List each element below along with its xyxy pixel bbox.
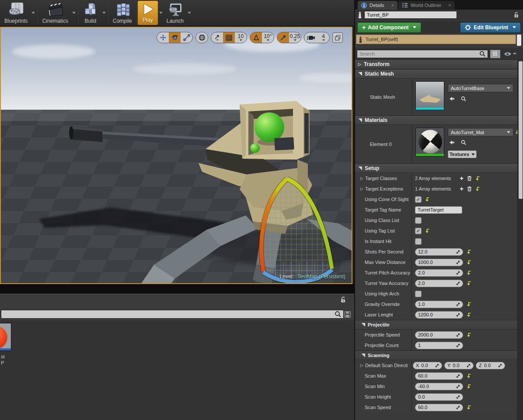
trash-icon[interactable] xyxy=(467,186,472,191)
grid-size-dropdown[interactable]: 10 xyxy=(235,32,247,43)
textures-button[interactable]: Textures xyxy=(448,150,477,158)
numeric-field[interactable]: 2000.0 xyxy=(415,331,463,339)
collapsed-arrow-icon[interactable]: ▷ xyxy=(360,176,363,180)
category-scanning[interactable]: Scanning xyxy=(355,351,518,360)
globe-button[interactable] xyxy=(196,32,208,43)
unlock-icon[interactable] xyxy=(340,296,346,303)
blueprints-button[interactable]: Blueprints xyxy=(2,0,30,26)
add-array-element-icon[interactable]: + xyxy=(460,175,464,181)
numeric-field[interactable]: 12.0 xyxy=(415,248,463,256)
asset-thumbnail[interactable] xyxy=(0,323,11,351)
add-array-element-icon[interactable]: + xyxy=(460,186,464,192)
reset-to-default-icon[interactable] xyxy=(425,197,430,202)
asset-search-bar[interactable] xyxy=(1,310,344,319)
spinner-icon[interactable] xyxy=(456,374,460,378)
reset-to-default-icon[interactable] xyxy=(467,384,471,389)
cinematics-dropdown-caret[interactable] xyxy=(72,12,76,14)
browse-to-asset-icon[interactable] xyxy=(461,140,466,145)
move-tool-button[interactable] xyxy=(157,32,169,43)
category-projectile[interactable]: Projectile xyxy=(355,320,518,330)
reset-to-default-icon[interactable] xyxy=(467,405,471,410)
category-static-mesh[interactable]: Static Mesh xyxy=(355,69,518,79)
component-list-scrollbar[interactable] xyxy=(517,35,521,46)
view-options-button[interactable] xyxy=(502,52,518,56)
save-icon[interactable] xyxy=(344,311,351,318)
add-component-button[interactable]: + Add Component xyxy=(357,22,421,33)
numeric-field[interactable]: 1.0 xyxy=(415,301,463,308)
category-materials[interactable]: Materials xyxy=(355,115,518,125)
tab-world-outliner[interactable]: World Outliner × xyxy=(398,1,455,10)
collapsed-arrow-icon[interactable]: ▷ xyxy=(360,187,363,191)
browse-to-asset-icon[interactable] xyxy=(461,96,466,101)
checkbox[interactable]: ✓ xyxy=(415,196,422,203)
checkbox[interactable] xyxy=(415,291,422,297)
reset-to-default-icon[interactable] xyxy=(467,312,471,317)
checkbox[interactable] xyxy=(415,217,422,224)
reset-to-default-icon[interactable] xyxy=(467,302,471,307)
use-selected-arrow-icon[interactable] xyxy=(450,140,455,145)
lock-icon[interactable] xyxy=(514,12,520,18)
numeric-field[interactable]: 1 xyxy=(415,342,463,349)
reset-to-default-icon[interactable] xyxy=(425,229,430,233)
trash-icon[interactable] xyxy=(467,176,472,181)
use-selected-arrow-icon[interactable] xyxy=(450,97,455,101)
spinner-icon[interactable] xyxy=(456,260,460,264)
checkbox[interactable]: ✓ xyxy=(415,228,422,234)
play-dropdown-caret[interactable] xyxy=(159,12,163,14)
spinner-icon[interactable] xyxy=(456,313,460,317)
vector-y-field[interactable]: Y 0.0 xyxy=(444,362,474,369)
target-tag-name-input[interactable] xyxy=(415,206,462,214)
vector-z-field[interactable]: Z 0.0 xyxy=(476,362,505,369)
maximize-viewport-button[interactable] xyxy=(332,32,343,43)
reset-to-default-icon[interactable] xyxy=(467,260,471,265)
vector-x-field[interactable]: X 0.0 xyxy=(413,362,442,369)
camera-speed-dropdown[interactable]: 4 xyxy=(317,32,329,43)
reset-to-default-icon[interactable] xyxy=(467,271,471,275)
spinner-icon[interactable] xyxy=(435,364,439,368)
cinematics-button[interactable]: Cinematics xyxy=(39,0,70,26)
spinner-icon[interactable] xyxy=(456,302,460,306)
category-transform[interactable]: ▷ Transform xyxy=(355,59,518,69)
reset-to-default-icon[interactable] xyxy=(467,281,471,286)
numeric-field[interactable]: -60.0 xyxy=(415,383,463,390)
checkbox[interactable] xyxy=(415,238,422,245)
close-icon[interactable]: × xyxy=(391,3,394,8)
material-thumbnail[interactable] xyxy=(415,128,444,156)
grid-snap-toggle[interactable] xyxy=(223,32,235,43)
numeric-field[interactable]: 2.0 xyxy=(415,280,463,287)
spinner-icon[interactable] xyxy=(498,364,502,368)
category-setup[interactable]: Setup xyxy=(355,163,518,173)
spinner-icon[interactable] xyxy=(456,250,460,254)
property-matrix-button[interactable] xyxy=(490,49,501,59)
asset-search-input[interactable] xyxy=(1,312,335,317)
level-viewport[interactable]: 10 10° xyxy=(0,27,352,284)
reset-to-default-icon[interactable] xyxy=(467,333,471,337)
reset-to-default-icon[interactable] xyxy=(475,187,480,191)
launch-button[interactable]: Launch xyxy=(164,0,186,26)
rotate-tool-button[interactable] xyxy=(169,32,181,43)
numeric-field[interactable]: 60.0 xyxy=(415,404,463,411)
spinner-icon[interactable] xyxy=(456,395,460,399)
edit-blueprint-button[interactable]: Edit Blueprint xyxy=(460,22,521,33)
static-mesh-thumbnail[interactable] xyxy=(415,81,444,110)
numeric-field[interactable]: 2.0 xyxy=(415,269,463,277)
tab-details[interactable]: Details × xyxy=(358,1,397,10)
reset-to-default-icon[interactable] xyxy=(475,176,480,181)
surface-snap-button[interactable] xyxy=(211,32,223,43)
details-scrollbar[interactable] xyxy=(517,59,523,420)
level-name[interactable]: TestMap (Persistent) xyxy=(297,274,345,280)
scrollbar-thumb[interactable] xyxy=(519,61,523,199)
rotation-snap-dropdown[interactable]: 10° xyxy=(262,32,274,43)
build-dropdown-caret[interactable] xyxy=(102,12,106,14)
rotation-snap-toggle[interactable] xyxy=(250,32,262,43)
material-combo[interactable]: AutoTurret_Mat xyxy=(448,128,513,136)
reset-to-default-icon[interactable] xyxy=(467,250,471,254)
collapsed-arrow-icon[interactable]: ▷ xyxy=(360,363,363,368)
actor-name-input[interactable] xyxy=(364,11,457,19)
details-search-input[interactable] xyxy=(357,51,479,56)
build-button[interactable]: Build xyxy=(80,0,101,26)
play-button[interactable]: Play xyxy=(138,1,158,25)
scale-tool-button[interactable] xyxy=(181,32,192,43)
scale-snap-toggle[interactable] xyxy=(277,32,289,43)
camera-speed-button[interactable] xyxy=(304,32,317,43)
